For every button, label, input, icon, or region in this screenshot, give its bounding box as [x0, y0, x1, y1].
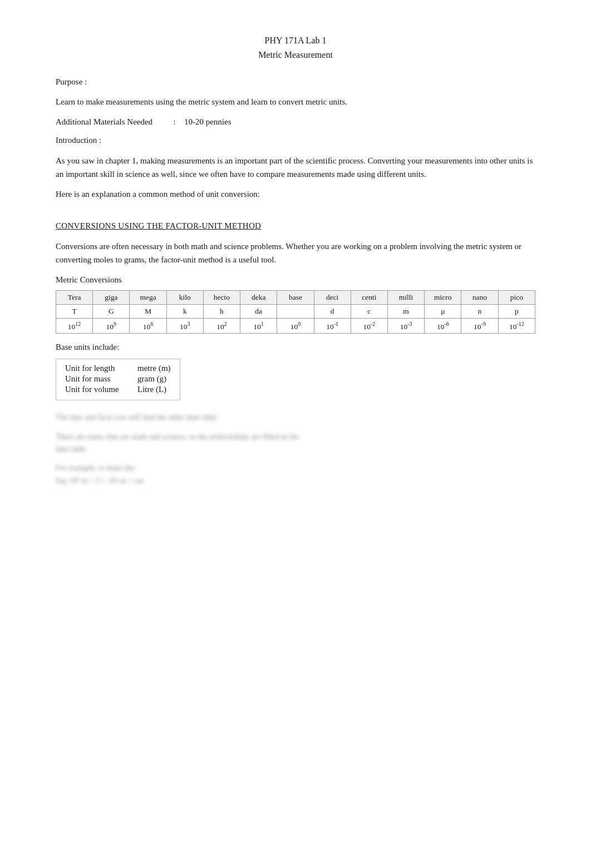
table-cell	[277, 304, 314, 318]
base-unit-row-volume: Unit for volume Litre (L)	[65, 385, 171, 394]
table-cell: 102	[203, 318, 240, 334]
table-row-1: Tera giga mega kilo hecto deka base deci…	[56, 290, 535, 304]
table-cell: pico	[498, 290, 535, 304]
metric-conversions-label: Metric Conversions	[56, 275, 535, 285]
table-cell: h	[203, 304, 240, 318]
table-cell: 109	[93, 318, 130, 334]
conversions-section: CONVERSIONS USING THE FACTOR-UNIT METHOD	[56, 221, 535, 231]
table-cell: p	[498, 304, 535, 318]
table-cell: base	[277, 290, 314, 304]
table-cell: mega	[130, 290, 166, 304]
base-units-label: Base units include:	[56, 343, 535, 352]
table-cell: hecto	[203, 290, 240, 304]
table-cell: da	[240, 304, 277, 318]
table-cell: nano	[461, 290, 498, 304]
table-cell: milli	[387, 290, 424, 304]
method-text: Here is an explanation a common method o…	[56, 190, 535, 199]
table-cell: 101	[240, 318, 277, 334]
table-row-2: T G M k h da d c m μ n p	[56, 304, 535, 318]
table-cell: 10-9	[461, 318, 498, 334]
blurred-example: For example, to learn the: Say 10² m = 2…	[56, 462, 535, 487]
table-cell: 10-6	[425, 318, 461, 334]
table-cell: 1012	[56, 318, 93, 334]
table-cell: 10-1	[314, 318, 351, 334]
table-cell: m	[387, 304, 424, 318]
base-units-box: Unit for length metre (m) Unit for mass …	[56, 359, 180, 400]
purpose-text-section: Learn to make measurements using the met…	[56, 96, 535, 108]
page-title: PHY 171A Lab 1 Metric Measurement	[56, 33, 535, 62]
title-line2: Metric Measurement	[56, 48, 535, 62]
blurred-section-1: The data and facts you will find the oth…	[56, 411, 535, 424]
materials-value: 10-20 pennies	[184, 117, 232, 127]
table-cell: deci	[314, 290, 351, 304]
table-cell: giga	[93, 290, 130, 304]
purpose-label: Purpose :	[56, 77, 535, 87]
base-unit-value-volume: Litre (L)	[137, 385, 166, 394]
method-section: Here is an explanation a common method o…	[56, 190, 535, 199]
materials-colon: :	[167, 117, 180, 127]
table-cell: T	[56, 304, 93, 318]
base-unit-type-length: Unit for length	[65, 364, 137, 373]
metric-table: Tera giga mega kilo hecto deka base deci…	[56, 290, 535, 334]
table-cell: Tera	[56, 290, 93, 304]
table-cell: 103	[166, 318, 203, 334]
base-unit-value-mass: gram (g)	[137, 374, 166, 384]
purpose-text: Learn to make measurements using the met…	[56, 96, 535, 108]
materials-section: Additional Materials Needed : 10-20 penn…	[56, 117, 535, 127]
base-unit-type-mass: Unit for mass	[65, 374, 137, 384]
base-unit-row-mass: Unit for mass gram (g)	[65, 374, 171, 384]
base-unit-type-volume: Unit for volume	[65, 385, 137, 394]
table-cell: 10-3	[387, 318, 424, 334]
table-cell: 100	[277, 318, 314, 334]
table-cell: d	[314, 304, 351, 318]
conversions-text-section: Conversions are often necessary in both …	[56, 240, 535, 266]
table-cell: 10-2	[351, 318, 387, 334]
intro-section: Introduction :	[56, 136, 535, 145]
table-cell: M	[130, 304, 166, 318]
table-cell: kilo	[166, 290, 203, 304]
intro-text-section: As you saw in chapter 1, making measurem…	[56, 154, 535, 181]
table-cell: n	[461, 304, 498, 318]
intro-label: Introduction :	[56, 136, 535, 145]
table-row-3: 1012 109 106 103 102 101 100 10-1 10-2 1…	[56, 318, 535, 334]
materials-label: Additional Materials Needed	[56, 117, 167, 127]
purpose-section: Purpose :	[56, 77, 535, 87]
intro-text: As you saw in chapter 1, making measurem…	[56, 154, 535, 181]
conversions-text: Conversions are often necessary in both …	[56, 240, 535, 266]
table-cell: 10-12	[498, 318, 535, 334]
table-cell: G	[93, 304, 130, 318]
title-line1: PHY 171A Lab 1	[56, 33, 535, 48]
table-cell: micro	[425, 290, 461, 304]
table-cell: centi	[351, 290, 387, 304]
conversions-heading: CONVERSIONS USING THE FACTOR-UNIT METHOD	[56, 221, 535, 231]
table-cell: μ	[425, 304, 461, 318]
base-unit-value-length: metre (m)	[137, 364, 171, 373]
table-cell: c	[351, 304, 387, 318]
table-cell: k	[166, 304, 203, 318]
blurred-section-2: There are many that are math and science…	[56, 431, 535, 456]
base-unit-row-length: Unit for length metre (m)	[65, 364, 171, 373]
table-cell: deka	[240, 290, 277, 304]
table-cell: 106	[130, 318, 166, 334]
